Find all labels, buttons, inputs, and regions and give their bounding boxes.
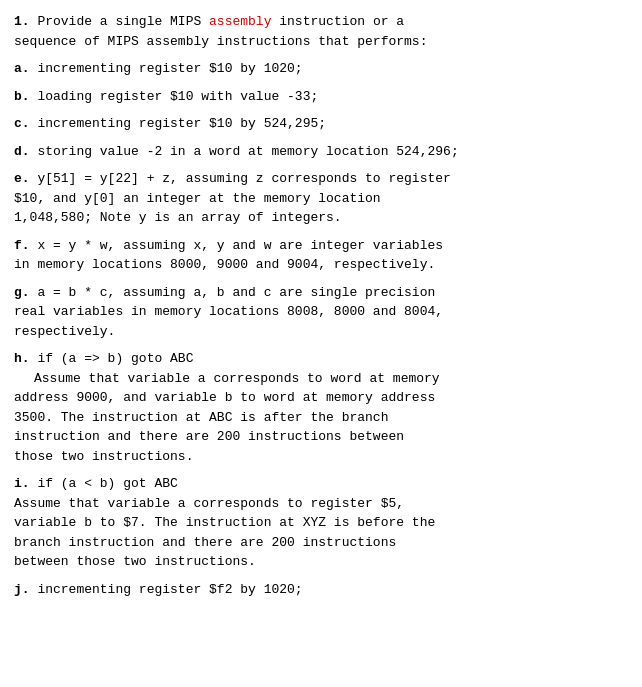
item-h-line6: those two instructions. xyxy=(14,449,193,464)
item-g-line3: respectively. xyxy=(14,324,115,339)
item-e-line3: 1,048,580; Note y is an array of integer… xyxy=(14,210,342,225)
item-c-label: c. xyxy=(14,116,30,131)
item-f-line2: in memory locations 8000, 9000 and 9004,… xyxy=(14,257,435,272)
item-e-text: y[51] = y[22] + z, assuming z correspond… xyxy=(30,171,451,186)
item-i-label: i. xyxy=(14,476,30,491)
item-a: a. incrementing register $10 by 1020; xyxy=(14,59,628,79)
item-b: b. loading register $10 with value -33; xyxy=(14,87,628,107)
intro-line: 1. Provide a single MIPS assembly instru… xyxy=(14,12,628,51)
intro-text-after: instruction or a xyxy=(271,14,404,29)
intro-red-word: assembly xyxy=(209,14,271,29)
item-h-line2: Assume that variable a corresponds to wo… xyxy=(34,369,642,389)
item-e-label: e. xyxy=(14,171,30,186)
item-f: f. x = y * w, assuming x, y and w are in… xyxy=(14,236,628,275)
item-i-line2: Assume that variable a corresponds to re… xyxy=(14,496,404,511)
main-content: 1. Provide a single MIPS assembly instru… xyxy=(14,12,628,599)
item-h-line5: instruction and there are 200 instructio… xyxy=(14,429,404,444)
item-i-text: if (a < b) got ABC xyxy=(30,476,178,491)
item-c-text: incrementing register $10 by 524,295; xyxy=(30,116,326,131)
item-e: e. y[51] = y[22] + z, assuming z corresp… xyxy=(14,169,628,228)
item-j-text: incrementing register $f2 by 1020; xyxy=(30,582,303,597)
item-d-text: storing value -2 in a word at memory loc… xyxy=(30,144,459,159)
item-a-label: a. xyxy=(14,61,30,76)
item-c: c. incrementing register $10 by 524,295; xyxy=(14,114,628,134)
item-j: j. incrementing register $f2 by 1020; xyxy=(14,580,628,600)
intro-text-before: Provide a single MIPS xyxy=(30,14,209,29)
item-j-label: j. xyxy=(14,582,30,597)
item-f-label: f. xyxy=(14,238,30,253)
item-g: g. a = b * c, assuming a, b and c are si… xyxy=(14,283,628,342)
item-i-line5: between those two instructions. xyxy=(14,554,256,569)
item-h-text: if (a => b) goto ABC xyxy=(30,351,194,366)
item-d: d. storing value -2 in a word at memory … xyxy=(14,142,628,162)
item-g-line2: real variables in memory locations 8008,… xyxy=(14,304,443,319)
item-i-line4: branch instruction and there are 200 ins… xyxy=(14,535,396,550)
item-h: h. if (a => b) goto ABC Assume that vari… xyxy=(14,349,628,466)
item-b-text: loading register $10 with value -33; xyxy=(30,89,319,104)
item-i: i. if (a < b) got ABC Assume that variab… xyxy=(14,474,628,572)
item-h-line4: 3500. The instruction at ABC is after th… xyxy=(14,410,388,425)
item-g-label: g. xyxy=(14,285,30,300)
item-f-text: x = y * w, assuming x, y and w are integ… xyxy=(30,238,443,253)
item-e-line2: $10, and y[0] an integer at the memory l… xyxy=(14,191,381,206)
item-g-text: a = b * c, assuming a, b and c are singl… xyxy=(30,285,436,300)
intro-line2: sequence of MIPS assembly instructions t… xyxy=(14,34,427,49)
item-d-label: d. xyxy=(14,144,30,159)
item-h-line3: address 9000, and variable b to word at … xyxy=(14,390,435,405)
item-b-label: b. xyxy=(14,89,30,104)
item-h-label: h. xyxy=(14,351,30,366)
item-i-line3: variable b to $7. The instruction at XYZ… xyxy=(14,515,435,530)
item-a-text: incrementing register $10 by 1020; xyxy=(30,61,303,76)
intro-number: 1. xyxy=(14,14,30,29)
